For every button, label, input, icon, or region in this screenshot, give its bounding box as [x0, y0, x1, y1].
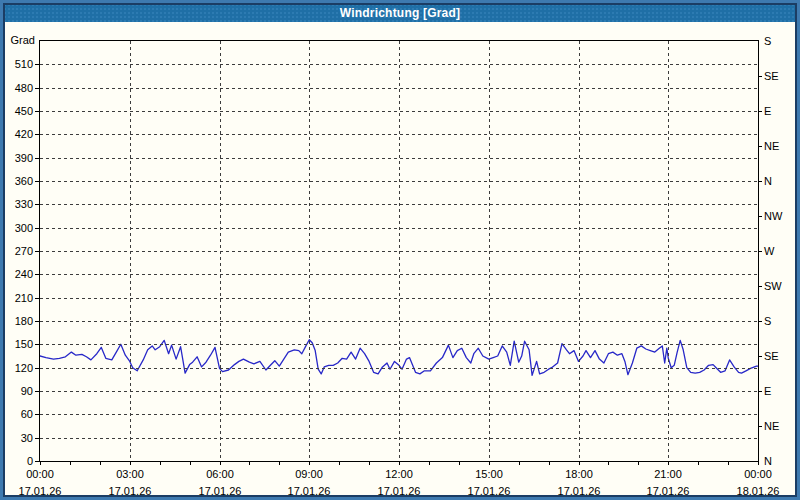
- x-axis-date-label: 17.01.26: [638, 485, 698, 497]
- x-axis-tick: [668, 462, 669, 465]
- wind-direction-series-line: [40, 340, 758, 376]
- y-axis-tick-label: 300: [1, 223, 33, 234]
- x-axis-time-label: 00:00: [10, 468, 70, 480]
- window-titlebar[interactable]: Windrichtung [Grad]: [3, 3, 797, 22]
- x-axis-tick: [638, 462, 639, 465]
- x-axis-tick: [549, 462, 550, 465]
- x-axis-tick: [339, 462, 340, 465]
- x-axis-tick: [70, 462, 71, 465]
- x-axis-tick: [160, 462, 161, 465]
- y-axis-unit-label: Grad: [1, 35, 35, 46]
- x-axis-time-label: 18:00: [549, 468, 609, 480]
- right-axis-compass-label: N: [764, 176, 794, 187]
- y-axis-tick-label: 330: [1, 199, 33, 210]
- right-axis-compass-label: NE: [764, 141, 794, 152]
- x-axis-tick: [429, 462, 430, 465]
- x-axis-date-label: 17.01.26: [279, 485, 339, 497]
- right-axis-tick: [759, 111, 762, 112]
- x-axis-tick: [40, 462, 41, 465]
- x-axis-time-label: 21:00: [638, 468, 698, 480]
- right-axis-compass-label: NE: [764, 421, 794, 432]
- y-axis-tick-label: 0: [1, 456, 33, 467]
- right-axis-tick: [759, 356, 762, 357]
- x-axis-time-label: 12:00: [369, 468, 429, 480]
- plot-area: [39, 40, 759, 462]
- right-axis-tick: [759, 426, 762, 427]
- x-axis-tick: [698, 462, 699, 465]
- x-axis-tick: [579, 462, 580, 465]
- right-axis-compass-label: E: [764, 386, 794, 397]
- x-axis-tick: [459, 462, 460, 465]
- right-axis-compass-label: S: [764, 316, 794, 327]
- y-axis-tick-label: 120: [1, 363, 33, 374]
- right-axis-tick: [759, 181, 762, 182]
- x-axis-time-label: 03:00: [100, 468, 160, 480]
- x-axis-tick: [399, 462, 400, 465]
- right-axis-tick: [759, 216, 762, 217]
- x-axis-time-label: 15:00: [459, 468, 519, 480]
- y-axis-tick-label: 150: [1, 339, 33, 350]
- x-axis-tick: [190, 462, 191, 465]
- x-axis-time-label: 00:00: [728, 468, 788, 480]
- right-axis-compass-label: NW: [764, 211, 794, 222]
- y-axis-tick-label: 270: [1, 246, 33, 257]
- y-axis-tick-label: 450: [1, 106, 33, 117]
- y-axis-tick-label: 480: [1, 83, 33, 94]
- x-axis-tick: [220, 462, 221, 465]
- right-axis-compass-label: SE: [764, 351, 794, 362]
- x-axis-date-label: 17.01.26: [549, 485, 609, 497]
- y-axis-tick-label: 240: [1, 269, 33, 280]
- right-axis-compass-label: W: [764, 246, 794, 257]
- y-axis-tick-label: 510: [1, 59, 33, 70]
- right-axis-tick: [759, 391, 762, 392]
- x-axis-date-label: 17.01.26: [100, 485, 160, 497]
- right-axis-compass-label: S: [764, 36, 794, 47]
- x-axis-date-label: 17.01.26: [10, 485, 70, 497]
- x-axis-tick: [489, 462, 490, 465]
- x-axis-tick: [309, 462, 310, 465]
- x-axis-tick: [100, 462, 101, 465]
- right-axis-tick: [759, 321, 762, 322]
- right-axis-compass-label: SW: [764, 281, 794, 292]
- x-axis-time-label: 09:00: [279, 468, 339, 480]
- window-title: Windrichtung [Grad]: [340, 6, 460, 20]
- x-axis-tick: [758, 462, 759, 465]
- y-axis-tick-label: 210: [1, 293, 33, 304]
- right-axis-compass-label: SE: [764, 71, 794, 82]
- x-axis-date-label: 17.01.26: [190, 485, 250, 497]
- y-axis-tick-label: 90: [1, 386, 33, 397]
- right-axis-compass-label: E: [764, 106, 794, 117]
- x-axis-date-label: 17.01.26: [459, 485, 519, 497]
- x-axis-tick: [728, 462, 729, 465]
- wind-direction-line-chart: [40, 41, 758, 461]
- right-axis-tick: [759, 146, 762, 147]
- right-axis-tick: [759, 251, 762, 252]
- x-axis-tick: [519, 462, 520, 465]
- y-axis-tick-label: 390: [1, 153, 33, 164]
- y-axis-tick-label: 360: [1, 176, 33, 187]
- chart-window: Windrichtung [Grad] Grad 030609012015018…: [0, 0, 800, 500]
- x-axis-date-label: 17.01.26: [369, 485, 429, 497]
- right-axis-tick: [759, 76, 762, 77]
- y-axis-tick-label: 60: [1, 409, 33, 420]
- x-axis-tick: [249, 462, 250, 465]
- right-axis-compass-label: N: [764, 456, 794, 467]
- y-axis-tick-label: 180: [1, 316, 33, 327]
- y-axis-tick-label: 420: [1, 129, 33, 140]
- x-axis-tick: [130, 462, 131, 465]
- x-axis-time-label: 06:00: [190, 468, 250, 480]
- x-axis-date-label: 18.01.26: [728, 485, 788, 497]
- x-axis-tick: [369, 462, 370, 465]
- x-axis-tick: [608, 462, 609, 465]
- y-axis-tick-label: 30: [1, 433, 33, 444]
- right-axis-tick: [759, 286, 762, 287]
- x-axis-tick: [279, 462, 280, 465]
